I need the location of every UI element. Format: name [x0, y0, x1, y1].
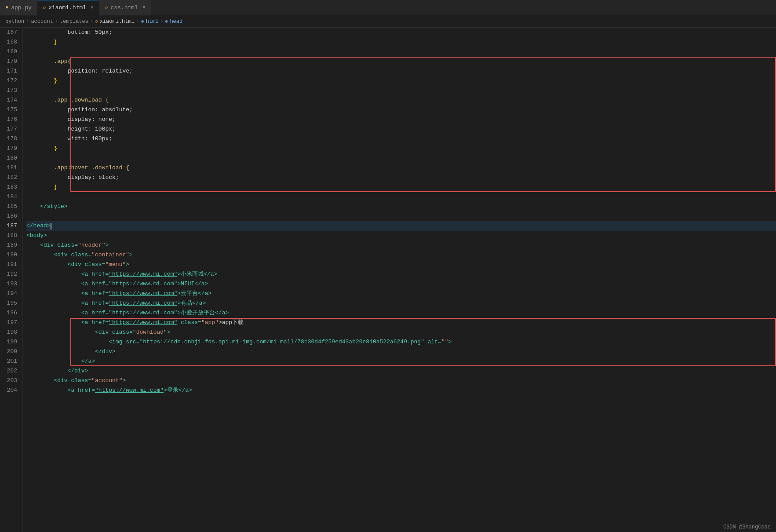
tab-icon-css-html: ◇ — [105, 4, 108, 11]
breadcrumb-head: head — [170, 18, 182, 25]
line-number-182: 182 — [4, 173, 17, 182]
breadcrumb-xiaomi-html: xiaomi.html — [100, 18, 135, 25]
code-line-167: bottom: 50px; — [26, 28, 776, 37]
code-line-190: <div class="container"> — [26, 250, 776, 260]
code-line-196: <a href="https://www.mi.com">小爱开放平台</a> — [26, 308, 776, 318]
breadcrumb-icon-html: ◇ — [95, 18, 98, 24]
code-line-193: <a href="https://www.mi.com">MIUI</a> — [26, 279, 776, 289]
line-number-171: 171 — [4, 66, 17, 76]
line-number-181: 181 — [4, 163, 17, 173]
line-number-192: 192 — [4, 270, 17, 279]
code-line-178: width: 100px; — [26, 134, 776, 144]
line-number-177: 177 — [4, 124, 17, 134]
line-number-194: 194 — [4, 289, 17, 299]
code-line-199: <img src="https://cdn.cnbj1.fds.api.mi-i… — [26, 337, 776, 347]
code-line-179: } — [26, 144, 776, 153]
breadcrumb-account: account — [31, 18, 53, 25]
tab-app-py[interactable]: ● app.py — [0, 0, 37, 15]
code-line-173 — [26, 86, 776, 95]
line-number-196: 196 — [4, 308, 17, 318]
line-number-179: 179 — [4, 144, 17, 153]
code-line-175: position: absolute; — [26, 105, 776, 115]
line-number-168: 168 — [4, 37, 17, 47]
line-number-187: 187 — [4, 221, 17, 231]
code-line-168: } — [26, 37, 776, 47]
line-number-183: 183 — [4, 182, 17, 192]
tab-label-css-html: css.html — [111, 4, 138, 11]
line-number-184: 184 — [4, 192, 17, 202]
code-line-170: .app{ — [26, 57, 776, 66]
code-line-203: <div class="account"> — [26, 376, 776, 386]
code-line-194: <a href="https://www.mi.com">云平台</a> — [26, 289, 776, 299]
code-area[interactable]: bottom: 50px; } .app{ position: relative… — [23, 28, 776, 532]
code-line-182: display: block; — [26, 173, 776, 182]
code-line-181: .app:hover .download { — [26, 163, 776, 173]
line-number-197: 197 — [4, 318, 17, 328]
tab-xiaomi-html[interactable]: ◇ xiaomi.html × — [37, 0, 99, 15]
line-number-198: 198 — [4, 328, 17, 337]
tab-icon-xiaomi-html: ◇ — [43, 4, 46, 11]
breadcrumb-icon-head: ⊙ — [165, 18, 168, 24]
line-number-174: 174 — [4, 95, 17, 105]
code-line-197: <a href="https://www.mi.com" class="app"… — [26, 318, 776, 328]
code-line-169 — [26, 47, 776, 57]
code-line-183: } — [26, 182, 776, 192]
tab-css-html[interactable]: ◇ css.html × — [99, 0, 151, 15]
line-number-190: 190 — [4, 250, 17, 260]
breadcrumb-templates: templates — [60, 18, 88, 25]
code-line-191: <div class="menu"> — [26, 260, 776, 270]
code-line-200: </div> — [26, 347, 776, 357]
line-number-175: 175 — [4, 105, 17, 115]
line-number-204: 204 — [4, 386, 17, 395]
line-number-188: 188 — [4, 231, 17, 240]
tab-icon-app-py: ● — [5, 4, 8, 11]
line-number-180: 180 — [4, 153, 17, 163]
line-number-176: 176 — [4, 115, 17, 124]
line-number-170: 170 — [4, 57, 17, 66]
status-text: CSDN @ShangCode — [723, 524, 771, 530]
editor: 1671681691701711721731741751761771781791… — [0, 28, 776, 532]
line-number-203: 203 — [4, 376, 17, 386]
tab-label-app-py: app.py — [11, 4, 32, 11]
line-number-195: 195 — [4, 299, 17, 308]
line-number-189: 189 — [4, 240, 17, 250]
line-number-169: 169 — [4, 47, 17, 57]
line-number-172: 172 — [4, 76, 17, 86]
tab-close-xiaomi-html[interactable]: × — [91, 5, 94, 11]
code-line-172: } — [26, 76, 776, 86]
code-line-171: position: relative; — [26, 66, 776, 76]
breadcrumb-html: html — [146, 18, 159, 25]
line-number-186: 186 — [4, 211, 17, 221]
line-number-201: 201 — [4, 357, 17, 366]
code-line-204: <a href="https://www.mi.com">登录</a> — [26, 386, 776, 395]
tab-bar: ● app.py ◇ xiaomi.html × ◇ css.html × — [0, 0, 776, 15]
line-number-200: 200 — [4, 347, 17, 357]
tab-close-css-html[interactable]: × — [142, 4, 146, 11]
code-line-201: </a> — [26, 357, 776, 366]
code-line-176: display: none; — [26, 115, 776, 124]
line-number-167: 167 — [4, 28, 17, 37]
breadcrumb: python › account › templates › ◇ xiaomi.… — [0, 15, 776, 28]
code-line-188: <body> — [26, 231, 776, 240]
line-number-202: 202 — [4, 366, 17, 376]
breadcrumb-python: python — [5, 18, 24, 25]
line-number-178: 178 — [4, 134, 17, 144]
code-line-202: </div> — [26, 366, 776, 376]
tab-label-xiaomi-html: xiaomi.html — [48, 4, 86, 11]
code-line-177: height: 100px; — [26, 124, 776, 134]
code-line-184 — [26, 192, 776, 202]
line-number-199: 199 — [4, 337, 17, 347]
code-line-198: <div class="download"> — [26, 328, 776, 337]
line-number-185: 185 — [4, 202, 17, 211]
cursor-blink — [51, 223, 51, 230]
line-number-193: 193 — [4, 279, 17, 289]
line-number-191: 191 — [4, 260, 17, 270]
code-line-192: <a href="https://www.mi.com">小米商城</a> — [26, 270, 776, 279]
breadcrumb-icon-html2: ⊙ — [141, 18, 144, 24]
status-bar: CSDN @ShangCode — [718, 522, 776, 532]
code-line-189: <div class="header"> — [26, 240, 776, 250]
code-line-186 — [26, 211, 776, 221]
code-line-174: .app .download { — [26, 95, 776, 105]
code-line-195: <a href="https://www.mi.com">有品</a> — [26, 299, 776, 308]
code-line-180 — [26, 153, 776, 163]
